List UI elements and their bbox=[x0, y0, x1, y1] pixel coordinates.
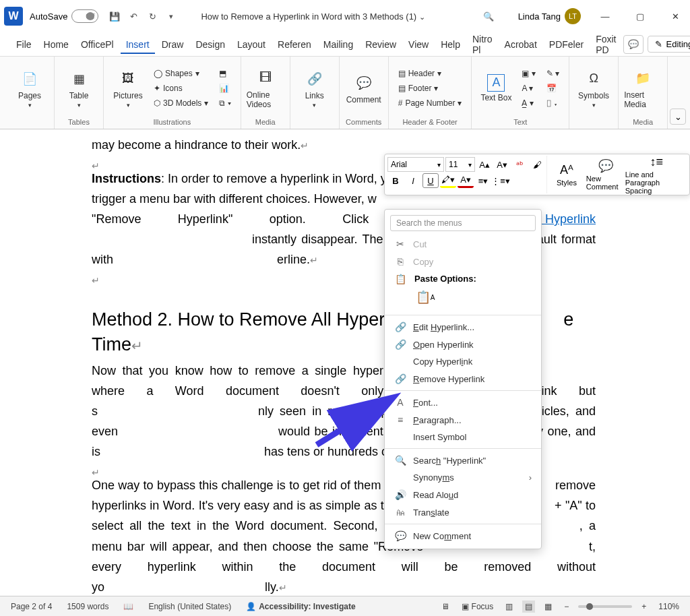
menu-design[interactable]: Design bbox=[190, 35, 230, 54]
pictures-button[interactable]: 🖼Pictures▾ bbox=[109, 63, 147, 114]
language-indicator[interactable]: English (United States) bbox=[146, 600, 234, 613]
menu-draw[interactable]: Draw bbox=[156, 35, 189, 54]
bold-button[interactable]: B bbox=[387, 173, 404, 188]
translate-item[interactable]: 🗛Translate bbox=[385, 503, 541, 521]
pages-button[interactable]: 📄Pages▾ bbox=[11, 63, 49, 114]
maximize-button[interactable]: ▢ bbox=[629, 5, 651, 27]
text-box-button[interactable]: AText Box bbox=[477, 63, 515, 114]
zoom-out-button[interactable]: − bbox=[561, 600, 571, 613]
menu-search-input[interactable]: Search the menus bbox=[390, 215, 536, 231]
menu-review[interactable]: Review bbox=[360, 35, 402, 54]
insert-media-button[interactable]: 📁Insert Media bbox=[624, 63, 662, 114]
search-icon[interactable]: 🔍 bbox=[479, 7, 498, 26]
date-time-button[interactable]: 📅 bbox=[542, 82, 563, 95]
close-button[interactable]: ✕ bbox=[664, 5, 686, 27]
autosave-toggle[interactable]: Off bbox=[71, 9, 98, 23]
ribbon-collapse-button[interactable]: ⌄ bbox=[670, 109, 686, 125]
accessibility-indicator[interactable]: 👤 Accessibility: Investigate bbox=[243, 600, 358, 613]
zoom-level[interactable]: 110% bbox=[656, 600, 682, 613]
page-number-button[interactable]: # Page Number ▾ bbox=[394, 96, 466, 110]
smartart-button[interactable]: ⬒ bbox=[215, 67, 234, 80]
phonetic-guide-icon[interactable]: ᵃᵇ bbox=[511, 157, 528, 172]
icons-button[interactable]: ✦ Icons bbox=[150, 82, 212, 95]
shrink-font-icon[interactable]: A▾ bbox=[494, 157, 510, 172]
print-layout-icon[interactable]: ▤ bbox=[522, 600, 535, 613]
shapes-button[interactable]: ◯ Shapes ▾ bbox=[150, 67, 212, 80]
menu-mailings[interactable]: Mailing bbox=[318, 35, 358, 54]
online-videos-button[interactable]: 🎞Online Videos bbox=[247, 63, 284, 114]
menu-home[interactable]: Home bbox=[38, 35, 74, 54]
web-layout-icon[interactable]: ▦ bbox=[542, 600, 555, 613]
drop-cap-button[interactable]: A̲ ▾ bbox=[518, 96, 539, 110]
synonyms-item[interactable]: Synonyms› bbox=[385, 469, 541, 486]
new-comment-button[interactable]: 💬New Comment bbox=[586, 156, 625, 193]
redo-icon[interactable]: ↻ bbox=[143, 7, 162, 26]
comment-button[interactable]: 💬Comment bbox=[345, 63, 383, 114]
read-aloud-item[interactable]: 🔊Read Aloud bbox=[385, 486, 541, 503]
menu-acrobat[interactable]: Acrobat bbox=[499, 35, 542, 54]
grow-font-icon[interactable]: A▴ bbox=[476, 157, 493, 172]
menu-officepl[interactable]: OfficePl bbox=[75, 35, 119, 54]
minimize-button[interactable]: — bbox=[594, 5, 616, 27]
object-button[interactable]: ⌷ ▾ bbox=[542, 96, 563, 110]
document-area[interactable]: may become a hindrance to their work.↵ ↵… bbox=[0, 129, 690, 596]
font-item[interactable]: AFont... bbox=[385, 394, 541, 411]
undo-icon[interactable]: ↶ bbox=[124, 7, 143, 26]
highlight-button[interactable]: 🖍▾ bbox=[440, 173, 456, 188]
quick-parts-button[interactable]: ▣ ▾ bbox=[518, 67, 539, 80]
menu-file[interactable]: File bbox=[11, 35, 37, 54]
italic-button[interactable]: I bbox=[405, 173, 421, 188]
menu-layout[interactable]: Layout bbox=[232, 35, 271, 54]
chart-button[interactable]: 📊 bbox=[215, 82, 234, 95]
comments-pane-button[interactable]: 💬 bbox=[623, 35, 644, 54]
search-hyperlink-item[interactable]: 🔍Search "Hyperlink" bbox=[385, 452, 541, 469]
avatar[interactable]: LT bbox=[565, 8, 581, 24]
menu-insert[interactable]: Insert bbox=[121, 35, 155, 54]
remove-hyperlink-item[interactable]: 🔗Remove Hyperlink bbox=[385, 370, 541, 388]
zoom-in-button[interactable]: + bbox=[639, 600, 649, 613]
user-name[interactable]: Linda Tang bbox=[518, 11, 561, 22]
paste-keep-text-button[interactable]: 📋A bbox=[414, 286, 436, 308]
save-icon[interactable]: 💾 bbox=[105, 7, 124, 26]
format-painter-icon[interactable]: 🖌 bbox=[529, 157, 545, 172]
numbering-button[interactable]: ⋮≡▾ bbox=[493, 173, 509, 188]
copy-hyperlink-item[interactable]: Copy Hyperlink bbox=[385, 353, 541, 370]
styles-button[interactable]: AᴬStyles bbox=[547, 156, 586, 193]
wordart-button[interactable]: A ▾ bbox=[518, 82, 539, 95]
menu-view[interactable]: View bbox=[403, 35, 434, 54]
document-title[interactable]: How to Remove a Hyperlink in Word with 3… bbox=[201, 11, 425, 22]
header-button[interactable]: ▤ Header ▾ bbox=[394, 67, 466, 80]
menu-nitro[interactable]: Nitro Pl bbox=[467, 30, 498, 59]
qat-customize-icon[interactable]: ▾ bbox=[162, 7, 181, 26]
3d-models-button[interactable]: ⬡ 3D Models ▾ bbox=[150, 96, 212, 110]
spell-check-icon[interactable]: 📖 bbox=[121, 600, 136, 613]
word-count[interactable]: 1509 words bbox=[64, 600, 111, 613]
open-hyperlink-item[interactable]: 🔗Open Hyperlink bbox=[385, 336, 541, 353]
focus-mode-button[interactable]: ▣ Focus bbox=[459, 600, 497, 613]
font-family-select[interactable]: Arial▾ bbox=[387, 157, 444, 172]
underline-button[interactable]: U bbox=[422, 173, 439, 188]
line-spacing-button[interactable]: ↕≡Line and Paragraph Spacing bbox=[625, 156, 688, 193]
display-settings-icon[interactable]: 🖥 bbox=[439, 600, 452, 613]
font-size-select[interactable]: 11▾ bbox=[445, 157, 475, 172]
table-button[interactable]: ▦Table▾ bbox=[60, 63, 98, 114]
menu-pdfelement[interactable]: PDFeler bbox=[544, 35, 589, 54]
edit-hyperlink-item[interactable]: 🔗Edit Hyperlink... bbox=[385, 318, 541, 336]
menu-references[interactable]: Referen bbox=[272, 35, 317, 54]
signature-line-button[interactable]: ✎ ▾ bbox=[542, 67, 563, 80]
menu-help[interactable]: Help bbox=[435, 35, 466, 54]
editing-mode-button[interactable]: ✎ Editing ▾ bbox=[648, 36, 691, 53]
word-app-icon: W bbox=[4, 7, 23, 26]
menu-foxit[interactable]: Foxit PD bbox=[590, 30, 621, 59]
bullets-button[interactable]: ≡▾ bbox=[475, 173, 491, 188]
font-color-button[interactable]: A▾ bbox=[458, 173, 474, 188]
screenshot-button[interactable]: ⧉ ▾ bbox=[215, 96, 234, 110]
symbols-button[interactable]: ΩSymbols▾ bbox=[575, 63, 613, 114]
paragraph-item[interactable]: ≡Paragraph... bbox=[385, 411, 541, 429]
new-comment-item[interactable]: 💬New Comment bbox=[385, 527, 541, 545]
zoom-slider[interactable] bbox=[578, 605, 632, 608]
links-button[interactable]: 🔗Links▾ bbox=[296, 63, 334, 114]
page-indicator[interactable]: Page 2 of 4 bbox=[8, 600, 55, 613]
read-mode-icon[interactable]: ▥ bbox=[503, 600, 515, 613]
insert-symbol-item[interactable]: Insert Symbol bbox=[385, 429, 541, 445]
